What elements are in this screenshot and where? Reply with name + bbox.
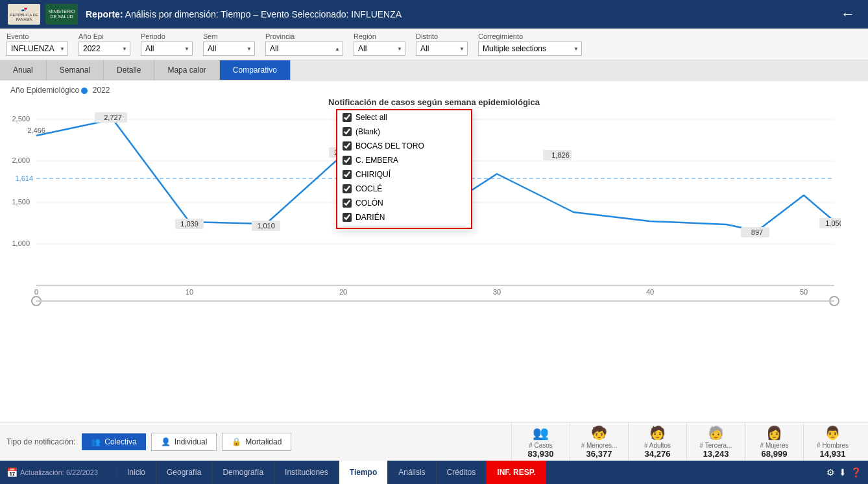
filter-provincia: Provincia All (265, 32, 343, 56)
checkbox-blank[interactable] (343, 127, 352, 136)
footer-nav-geografia[interactable]: Geografía (156, 461, 212, 484)
tab-comparativo[interactable]: Comparativo (220, 60, 291, 80)
footer-nav-creditos[interactable]: Créditos (437, 461, 487, 484)
dropdown-label-cocle: COCLÉ (356, 184, 382, 193)
mujeres-value: 68,999 (762, 449, 788, 459)
mujeres-icon: 👩 (766, 425, 782, 441)
stat-menores: 🧒 # Menores... 36,377 (570, 422, 628, 461)
year-dot (81, 88, 88, 94)
update-text: Actualización: 6/22/2023 (20, 468, 98, 476)
casos-icon: 👥 (533, 425, 549, 441)
notif-label: Tipo de notificación: (6, 437, 75, 446)
svg-text:2,727: 2,727 (104, 114, 122, 121)
notif-mortalidad-button[interactable]: 🔒 Mortalidad (222, 433, 291, 451)
svg-text:40: 40 (646, 288, 654, 296)
tercera-icon: 🧓 (708, 425, 724, 441)
tab-anual[interactable]: Anual (0, 60, 47, 80)
tab-semanal[interactable]: Semanal (47, 60, 104, 80)
individual-label: Individual (175, 437, 208, 446)
dropdown-item-darien[interactable]: DARIÉN (337, 210, 471, 224)
filter-sem-label: Sem (203, 32, 255, 40)
dropdown-item-select-all[interactable]: Select all (337, 110, 471, 125)
mujeres-label: # Mujeres (760, 442, 789, 449)
checkbox-select-all[interactable] (343, 113, 352, 122)
corregimiento-select-wrapper[interactable]: Multiple selections (478, 42, 582, 56)
filter-region-label: Región (354, 32, 405, 40)
anio-select[interactable]: 2022 (78, 42, 130, 56)
stats-area: 👥 # Casos 83,930 🧒 # Menores... 36,377 🧑… (291, 422, 862, 461)
periodo-select[interactable]: All (141, 42, 193, 56)
footer-nav-instituciones[interactable]: Instituciones (274, 461, 339, 484)
anio-select-wrapper[interactable]: 2022 (78, 42, 130, 56)
checkbox-cocle[interactable] (343, 184, 352, 193)
help-icon[interactable]: ❓ (850, 467, 862, 478)
evento-select[interactable]: INFLUENZA (6, 42, 68, 56)
dropdown-label-chiriqui: CHIRIQUÍ (356, 170, 391, 179)
back-button[interactable]: ← (836, 6, 860, 23)
provincia-select[interactable]: All (265, 42, 343, 56)
footer-update: 📅 Actualización: 6/22/2023 (0, 467, 117, 478)
svg-text:2,000: 2,000 (12, 156, 30, 164)
download-icon[interactable]: ⬇ (839, 467, 847, 478)
notif-individual-button[interactable]: 👤 Individual (151, 433, 217, 451)
dropdown-item-blank[interactable]: (Blank) (337, 125, 471, 139)
dropdown-label-darien: DARIÉN (356, 213, 385, 222)
dropdown-item-bocas-del-toro[interactable]: BOCAS DEL TORO (337, 139, 471, 153)
footer-nav-items: Inicio Geografía Demografía Institucione… (117, 461, 820, 484)
mortalidad-label: Mortalidad (245, 437, 282, 446)
stat-mujeres: 👩 # Mujeres 68,999 (745, 422, 803, 461)
stat-adultos: 🧑 # Adultos 34,276 (628, 422, 686, 461)
casos-value: 83,930 (528, 449, 554, 459)
colectiva-label: Colectiva (104, 437, 136, 446)
checkbox-chiriqui[interactable] (343, 170, 352, 179)
svg-text:0: 0 (34, 288, 38, 296)
chart-year-value: 2022 (93, 86, 110, 95)
filter-anio: Año Epi 2022 (78, 32, 130, 56)
tab-detalle[interactable]: Detalle (104, 60, 154, 80)
filter-anio-label: Año Epi (78, 32, 130, 40)
svg-text:897: 897 (751, 228, 763, 236)
checkbox-colon[interactable] (343, 199, 352, 208)
hombres-icon: 👨 (825, 425, 841, 441)
checkbox-c-embera[interactable] (343, 156, 352, 165)
evento-select-wrapper[interactable]: INFLUENZA (6, 42, 68, 56)
footer-nav-demografia[interactable]: Demografía (212, 461, 274, 484)
footer-nav-inicio[interactable]: Inicio (117, 461, 156, 484)
region-select[interactable]: All (354, 42, 405, 56)
settings-icon[interactable]: ⚙ (826, 467, 835, 478)
filter-distrito: Distrito All (416, 32, 468, 56)
stat-hombres: 👨 # Hombres 14,931 (803, 422, 862, 461)
checkbox-bocas-del-toro[interactable] (343, 141, 352, 151)
adultos-value: 34,276 (645, 449, 671, 459)
region-select-wrapper[interactable]: All (354, 42, 405, 56)
dropdown-label-c-embera: C. EMBERA (356, 156, 398, 165)
hombres-value: 14,931 (820, 449, 846, 459)
footer-nav-inf-resp[interactable]: INF. RESP. (487, 461, 546, 484)
logo-area: 🇵🇦REPÚBLICA DE PANAMÁ MINISTERIO DE SALU… (8, 4, 78, 25)
dropdown-item-colon[interactable]: COLÓN (337, 196, 471, 210)
distrito-select-wrapper[interactable]: All (416, 42, 468, 56)
footer-nav-tiempo[interactable]: Tiempo (339, 461, 388, 484)
dropdown-item-chiriqui[interactable]: CHIRIQUÍ (337, 167, 471, 182)
dropdown-item-cocle[interactable]: COCLÉ (337, 182, 471, 196)
checkbox-darien[interactable] (343, 213, 352, 222)
distrito-select[interactable]: All (416, 42, 468, 56)
chart-title: Notificación de casos según semana epide… (10, 97, 858, 107)
periodo-select-wrapper[interactable]: All (141, 42, 193, 56)
corregimiento-select[interactable]: Multiple selections (478, 42, 582, 56)
svg-text:1,614: 1,614 (15, 175, 33, 182)
tab-mapa-calor[interactable]: Mapa calor (154, 60, 219, 80)
notif-colectiva-button[interactable]: 👥 Colectiva (82, 433, 145, 450)
sem-select-wrapper[interactable]: All (203, 42, 255, 56)
svg-text:1,010: 1,010 (257, 222, 275, 230)
provincia-select-wrapper[interactable]: All (265, 42, 343, 56)
dropdown-label-colon: COLÓN (356, 199, 383, 208)
stat-casos: 👥 # Casos 83,930 (511, 422, 570, 461)
footer-nav-analisis[interactable]: Análisis (388, 461, 436, 484)
sem-select[interactable]: All (203, 42, 255, 56)
chart-year-info: Año Epidemiológico 2022 (10, 86, 858, 95)
svg-text:2,466: 2,466 (27, 127, 45, 134)
dropdown-item-c-embera[interactable]: C. EMBERA (337, 153, 471, 167)
svg-text:1,500: 1,500 (12, 198, 30, 206)
colectiva-icon: 👥 (91, 437, 101, 446)
